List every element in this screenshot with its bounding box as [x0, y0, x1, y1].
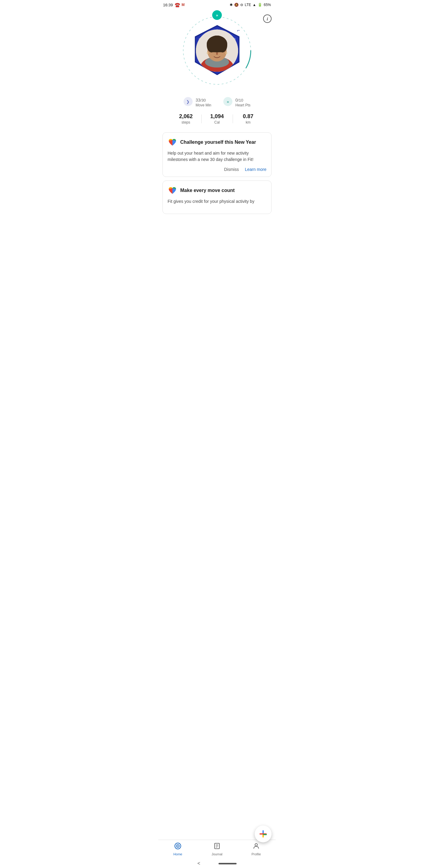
move-min-stat: ❯ 33/30 Move Min: [184, 96, 211, 107]
fit-heart-icon-2: [167, 186, 177, 195]
cal-metric: 1,094 Cal: [201, 113, 232, 124]
avatar-photo[interactable]: [196, 30, 238, 72]
battery-icon: 🔋: [258, 3, 262, 7]
mute-icon: 🔕: [234, 3, 239, 7]
challenge-card-title: Challenge yourself this New Year: [180, 140, 267, 145]
bluetooth-icon: ✱: [230, 3, 233, 7]
dnd-icon: ⊖: [240, 3, 243, 7]
make-every-move-header: Make every move count: [167, 186, 267, 195]
heart-pts-label: Heart Pts: [236, 103, 250, 107]
call-icon: ☎️: [175, 2, 180, 7]
move-min-values: 33/30 Move Min: [195, 96, 211, 107]
svg-point-13: [219, 50, 221, 53]
svg-point-12: [213, 50, 215, 53]
cal-label: Cal: [201, 120, 232, 124]
avatar-image: [196, 30, 238, 72]
svg-point-16: [225, 52, 227, 54]
signal-icon: ▲: [253, 3, 256, 7]
avatar-section: » ⌐: [158, 11, 276, 93]
marker-icon: ⌐: [237, 28, 240, 33]
challenge-card-body: Help out your heart and aim for new acti…: [167, 150, 267, 163]
status-right: ✱ 🔕 ⊖ LTE ▲ 🔋 65%: [230, 3, 271, 7]
status-bar: 16:39 ☎️ M ✱ 🔕 ⊖ LTE ▲ 🔋 65%: [158, 0, 276, 8]
stats-row: ❯ 33/30 Move Min » 0/10 Heart Pts: [158, 93, 276, 109]
heart-pts-value: 0/10: [236, 96, 250, 103]
hexagon-container: ⌐: [190, 24, 244, 78]
status-left: 16:39 ☎️ M: [163, 2, 185, 7]
heart-pts-values: 0/10 Heart Pts: [236, 96, 250, 107]
move-min-label: Move Min: [195, 103, 211, 107]
cal-value: 1,094: [201, 113, 232, 120]
make-every-move-title: Make every move count: [180, 188, 267, 193]
steps-value: 2,062: [170, 113, 201, 120]
make-every-move-body: Fit gives you credit for your physical a…: [167, 198, 267, 205]
challenge-card: Challenge yourself this New Year Help ou…: [162, 132, 272, 177]
fit-heart-icon: [167, 137, 177, 147]
svg-point-11: [209, 36, 225, 46]
challenge-card-header: Challenge yourself this New Year: [167, 137, 267, 147]
forward-icon: »: [212, 10, 222, 20]
learn-more-button[interactable]: Learn more: [245, 167, 267, 172]
heart-pts-icon: »: [223, 97, 232, 106]
steps-label: steps: [170, 120, 201, 124]
km-metric: 0.87 km: [233, 113, 264, 124]
steps-metric: 2,062 steps: [170, 113, 201, 124]
dismiss-button[interactable]: Dismiss: [224, 167, 239, 172]
challenge-card-actions: Dismiss Learn more: [167, 167, 267, 172]
ring-container: » ⌐: [181, 14, 253, 87]
svg-point-15: [207, 52, 209, 54]
move-min-icon: ❯: [184, 97, 193, 106]
km-label: km: [233, 120, 264, 124]
gmail-icon: M: [182, 3, 185, 7]
battery-percent: 65%: [264, 3, 271, 7]
svg-point-14: [216, 53, 218, 55]
km-value: 0.87: [233, 113, 264, 120]
time: 16:39: [163, 3, 173, 7]
metrics-row: 2,062 steps 1,094 Cal 0.87 km: [158, 109, 276, 129]
move-min-value: 33/30: [195, 96, 211, 103]
lte-label: LTE: [245, 3, 251, 7]
make-every-move-card: Make every move count Fit gives you cred…: [162, 181, 272, 214]
heart-pts-stat: » 0/10 Heart Pts: [223, 96, 250, 107]
